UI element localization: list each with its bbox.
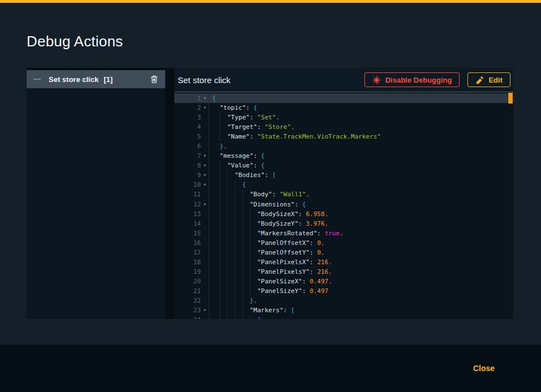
code-line-content: "Target": "Store", xyxy=(209,122,508,132)
line-number: 10 xyxy=(174,180,201,189)
code-line-content: "PanelOffsetX": 0, xyxy=(209,238,508,248)
editor-scrollbar[interactable] xyxy=(508,92,513,319)
line-number: 8 xyxy=(174,161,201,170)
fold-arrow-icon[interactable]: ▾ xyxy=(201,161,209,170)
line-number: 9 xyxy=(174,170,201,180)
editor-line[interactable]: 7▾"message": { xyxy=(174,151,508,161)
code-line-content: "message": { xyxy=(209,151,508,161)
editor-line[interactable]: 14"BodySizeY": 3.976, xyxy=(174,219,508,229)
disable-debugging-label: Disable Debugging xyxy=(385,76,452,84)
editor-line[interactable]: 20"PanelSizeX": 0.497, xyxy=(174,277,508,286)
code-line-content: "PanelSizeX": 0.497, xyxy=(209,277,508,286)
code-line-content: "Type": "Set", xyxy=(209,113,508,122)
dash-icon xyxy=(33,79,41,80)
editor-line[interactable]: 16"PanelOffsetX": 0, xyxy=(174,238,508,248)
editor-line[interactable]: 24{ xyxy=(174,315,508,319)
debug-actions-dialog: Debug Actions Set store click [1] xyxy=(0,0,541,392)
line-number: 24 xyxy=(174,315,201,319)
fold-arrow-icon[interactable]: ▾ xyxy=(201,305,209,315)
editor-line[interactable]: 18"PanelPixelsX": 216, xyxy=(174,257,508,267)
editor-line[interactable]: 5"Name": "State.TrackMen.VioTrack.Marker… xyxy=(174,132,508,141)
line-number: 6 xyxy=(174,141,201,151)
editor-line[interactable]: 8▾"Value": { xyxy=(174,161,508,170)
trash-icon[interactable] xyxy=(149,75,158,84)
editor-line[interactable]: 19"PanelPixelsY": 216, xyxy=(174,267,508,277)
line-number: 22 xyxy=(174,296,201,305)
line-number: 23 xyxy=(174,305,201,315)
page-title: Debug Actions xyxy=(27,33,123,50)
editor-line[interactable]: 22}, xyxy=(174,296,508,305)
code-line-content: "Dimensions": { xyxy=(209,200,508,209)
code-line-content: "MarkersRotated": true, xyxy=(209,229,508,238)
fold-arrow-icon[interactable]: ▾ xyxy=(201,103,209,113)
line-number: 2 xyxy=(174,103,201,113)
editor-scrollbar-thumb[interactable] xyxy=(508,93,513,104)
line-number: 15 xyxy=(174,229,201,238)
bug-icon xyxy=(372,76,381,84)
sidebar-item-set-store-click[interactable]: Set store click [1] xyxy=(27,70,165,88)
line-number: 14 xyxy=(174,219,201,229)
line-number: 18 xyxy=(174,257,201,267)
code-line-content: "topic": { xyxy=(209,103,508,113)
modal-body: Debug Actions Set store click [1] xyxy=(0,3,541,344)
code-line-content: "PanelPixelsY": 216, xyxy=(209,267,508,277)
action-detail-panel: Set store click xyxy=(174,68,513,319)
editor-line[interactable]: 10▾{ xyxy=(174,180,508,189)
editor-line[interactable]: 11"Body": "Wall1", xyxy=(174,189,508,199)
editor-line[interactable]: 1▾{ xyxy=(174,93,508,103)
edit-button[interactable]: Edit xyxy=(467,72,510,87)
line-number: 13 xyxy=(174,209,201,219)
pencil-icon xyxy=(475,76,484,84)
line-number: 1 xyxy=(174,93,201,103)
editor-line[interactable]: 4"Target": "Store", xyxy=(174,122,508,132)
code-line-content: "PanelSizeY": 0.497 xyxy=(209,286,508,296)
code-line-content: "Name": "State.TrackMen.VioTrack.Markers… xyxy=(209,132,508,141)
line-number: 19 xyxy=(174,267,201,277)
json-code-editor[interactable]: 1▾{2▾"topic": {3"Type": "Set",4"Target":… xyxy=(174,92,513,319)
code-line-content: { xyxy=(209,93,508,103)
panel-title: Set store click xyxy=(178,75,230,85)
sidebar-item-label: Set store click xyxy=(49,75,98,84)
editor-line[interactable]: 2▾"topic": { xyxy=(174,103,508,113)
dialog-footer: Close xyxy=(0,344,541,392)
code-line-content: "BodySizeY": 3.976, xyxy=(209,219,508,229)
code-line-content: "PanelPixelsX": 216, xyxy=(209,257,508,267)
code-line-content: "PanelOffsetY": 0, xyxy=(209,248,508,257)
editor-line[interactable]: 12▾"Dimensions": { xyxy=(174,200,508,209)
actions-sidebar: Set store click [1] xyxy=(27,70,165,319)
code-line-content: "Value": { xyxy=(209,161,508,170)
close-button[interactable]: Close xyxy=(466,360,501,376)
fold-arrow-icon[interactable]: ▾ xyxy=(201,93,209,103)
line-number: 16 xyxy=(174,238,201,248)
editor-line[interactable]: 17"PanelOffsetY": 0, xyxy=(174,248,508,257)
editor-line[interactable]: 3"Type": "Set", xyxy=(174,113,508,122)
disable-debugging-button[interactable]: Disable Debugging xyxy=(364,72,460,87)
line-number: 4 xyxy=(174,122,201,132)
editor-line[interactable]: 23▾"Markers": [ xyxy=(174,305,508,315)
panel-header-buttons: Disable Debugging Edit xyxy=(364,72,510,87)
fold-arrow-icon[interactable]: ▾ xyxy=(201,170,209,180)
code-line-content: "Markers": [ xyxy=(209,305,508,315)
line-number: 11 xyxy=(174,189,201,199)
line-number: 5 xyxy=(174,132,201,141)
code-line-content: { xyxy=(209,180,508,189)
panel-header: Set store click xyxy=(174,68,513,92)
editor-line[interactable]: 13"BodySizeX": 6.958, xyxy=(174,209,508,219)
code-line-content: "BodySizeX": 6.958, xyxy=(209,209,508,219)
code-editor-rows: 1▾{2▾"topic": {3"Type": "Set",4"Target":… xyxy=(174,93,508,319)
fold-arrow-icon[interactable]: ▾ xyxy=(201,200,209,209)
fold-arrow-icon[interactable]: ▾ xyxy=(201,151,209,161)
editor-line[interactable]: 9▾"Bodies": [ xyxy=(174,170,508,180)
line-number: 20 xyxy=(174,277,201,286)
line-number: 12 xyxy=(174,200,201,209)
editor-line[interactable]: 21"PanelSizeY": 0.497 xyxy=(174,286,508,296)
code-line-content: { xyxy=(209,315,508,319)
editor-line[interactable]: 15"MarkersRotated": true, xyxy=(174,229,508,238)
code-line-content: "Body": "Wall1", xyxy=(209,189,508,199)
code-line-content: }, xyxy=(209,296,508,305)
content-area: Set store click [1] xyxy=(27,68,513,319)
line-number: 3 xyxy=(174,113,201,122)
line-number: 17 xyxy=(174,248,201,257)
fold-arrow-icon[interactable]: ▾ xyxy=(201,180,209,189)
editor-line[interactable]: 6}, xyxy=(174,141,508,151)
